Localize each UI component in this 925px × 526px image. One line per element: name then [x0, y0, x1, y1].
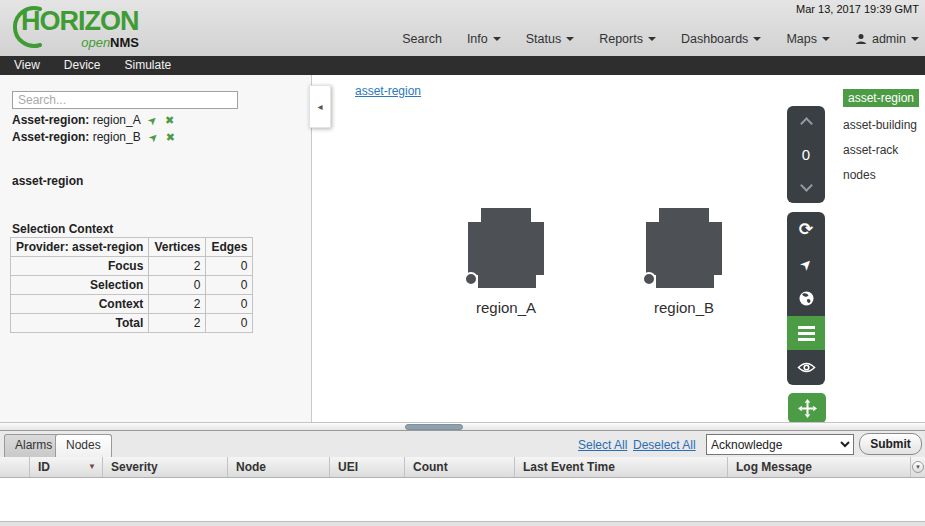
column-uei[interactable]: UEI	[330, 457, 405, 477]
move-arrows-icon	[798, 399, 817, 418]
center-on-selection-button[interactable]: ➤	[787, 247, 825, 282]
caret-down-icon	[753, 37, 761, 41]
column-severity[interactable]: Severity	[103, 457, 228, 477]
zoom-in-chevron-icon[interactable]	[800, 117, 813, 130]
table-row: Context 2 0	[11, 295, 253, 314]
top-header: HORIZON openNMS Mar 13, 2017 19:39 GMT S…	[0, 0, 925, 56]
alarms-table-body	[0, 478, 925, 521]
eye-view-button[interactable]	[787, 350, 825, 385]
column-picker-cell: ▼	[911, 457, 925, 477]
locate-vertex-icon[interactable]: ➤	[146, 130, 162, 146]
nav-info[interactable]: Info	[467, 32, 501, 46]
table-row: Selection 0 0	[11, 276, 253, 295]
refresh-icon: ⟳	[799, 219, 813, 240]
nav-dashboards[interactable]: Dashboards	[681, 32, 761, 46]
remove-focus-icon[interactable]: ✖	[166, 131, 175, 143]
selection-context-title: Selection Context	[12, 222, 113, 236]
nav-reports[interactable]: Reports	[599, 32, 656, 46]
menu-device[interactable]: Device	[60, 56, 105, 75]
scrollbar-thumb[interactable]	[405, 424, 463, 430]
column-last-event-time[interactable]: Last Event Time	[515, 457, 728, 477]
nav-admin[interactable]: admin	[855, 32, 919, 46]
globe-icon	[798, 290, 815, 307]
nav-search[interactable]: Search	[402, 32, 442, 46]
alarms-table-header: ID ▼ Severity Node UEI Count Last Event …	[0, 457, 925, 478]
topology-canvas[interactable]: ◂ asset-region region_A region_B	[312, 75, 925, 422]
select-all-link[interactable]: Select All	[578, 438, 627, 452]
nav-maps[interactable]: Maps	[786, 32, 830, 46]
pan-mode-button[interactable]	[788, 393, 826, 423]
caret-down-icon	[822, 37, 830, 41]
sidebar-collapse-button[interactable]: ◂	[309, 85, 331, 128]
vertex-region-b[interactable]: region_B	[614, 208, 754, 316]
region-icon	[468, 208, 544, 288]
vertex-status-dot	[642, 272, 656, 286]
map-tools-panel: ⟳ ➤	[787, 212, 825, 385]
search-input[interactable]	[12, 91, 238, 109]
layer-item-asset-region[interactable]: asset-region	[843, 91, 919, 105]
logo-nms: NMS	[110, 35, 139, 50]
col-edges: Edges	[206, 238, 253, 257]
column-select[interactable]	[0, 457, 30, 477]
clock-datetime: Mar 13, 2017 19:39 GMT	[796, 3, 919, 15]
caret-down-icon	[911, 37, 919, 41]
caret-down-icon	[493, 37, 501, 41]
menu-view[interactable]: View	[10, 56, 44, 75]
column-node[interactable]: Node	[228, 457, 330, 477]
hamburger-menu-icon	[798, 326, 815, 341]
column-id[interactable]: ID ▼	[30, 457, 103, 477]
sidebar: Asset-region: region_A ➤ ✖ Asset-region:…	[0, 75, 312, 422]
breadcrumb-asset-region[interactable]: asset-region	[355, 84, 421, 98]
vertex-region-a[interactable]: region_A	[436, 208, 576, 316]
remove-focus-icon[interactable]: ✖	[165, 114, 174, 126]
menu-simulate[interactable]: Simulate	[120, 56, 175, 75]
column-log-message[interactable]: Log Message	[728, 457, 911, 477]
current-layer-label: asset-region	[12, 174, 83, 188]
refresh-button[interactable]: ⟳	[787, 212, 825, 247]
column-picker-button[interactable]: ▼	[912, 461, 924, 473]
col-vertices: Vertices	[149, 238, 206, 257]
location-arrow-icon: ➤	[796, 254, 816, 274]
submit-button[interactable]: Submit	[859, 433, 922, 455]
eye-icon	[797, 361, 816, 374]
horizon-logo: HORIZON openNMS	[8, 2, 143, 54]
zoom-panel: 0	[787, 106, 825, 203]
vertex-label: region_A	[436, 299, 576, 316]
layer-item-asset-rack[interactable]: asset-rack	[843, 143, 898, 157]
opennms-topology-app: HORIZON openNMS Mar 13, 2017 19:39 GMT S…	[0, 0, 925, 526]
selection-context-table: Provider: asset-region Vertices Edges Fo…	[10, 237, 253, 333]
col-provider: Provider: asset-region	[11, 238, 149, 257]
nav-status[interactable]: Status	[526, 32, 574, 46]
bottom-panel-bar: Alarms Nodes Select All Deselect All Ack…	[0, 431, 925, 457]
locate-vertex-icon[interactable]: ➤	[145, 113, 161, 129]
vertex-status-dot	[464, 272, 478, 286]
focus-item-region-a[interactable]: Asset-region: region_A ➤ ✖	[12, 113, 174, 127]
layer-item-asset-building[interactable]: asset-building	[843, 118, 917, 132]
region-icon	[646, 208, 722, 288]
user-icon	[855, 33, 867, 45]
layer-item-nodes[interactable]: nodes	[843, 168, 876, 182]
tab-nodes[interactable]: Nodes	[55, 434, 112, 457]
vertex-label: region_B	[614, 299, 754, 316]
manual-layout-button[interactable]	[787, 316, 825, 351]
deselect-all-link[interactable]: Deselect All	[633, 438, 696, 452]
logo-open: open	[81, 35, 110, 50]
show-entire-map-button[interactable]	[787, 281, 825, 316]
table-row: Total 2 0	[11, 314, 253, 333]
logo-title: HORIZON	[21, 6, 139, 37]
main-nav: Search Info Status Reports Dashboards Ma…	[402, 32, 919, 46]
horizontal-scrollbar[interactable]	[0, 422, 925, 431]
focus-item-region-b[interactable]: Asset-region: region_B ➤ ✖	[12, 130, 175, 144]
caret-down-icon	[648, 37, 656, 41]
zoom-level: 0	[802, 146, 810, 163]
sort-desc-icon: ▼	[88, 457, 96, 477]
column-count[interactable]: Count	[405, 457, 515, 477]
alarm-action-select[interactable]: Acknowledge	[706, 434, 854, 455]
caret-down-icon	[566, 37, 574, 41]
zoom-out-chevron-icon[interactable]	[800, 179, 813, 192]
bottom-edge-strip	[0, 521, 925, 526]
topology-menubar: View Device Simulate	[0, 56, 925, 75]
collapse-left-icon: ◂	[317, 101, 322, 112]
table-row: Focus 2 0	[11, 257, 253, 276]
